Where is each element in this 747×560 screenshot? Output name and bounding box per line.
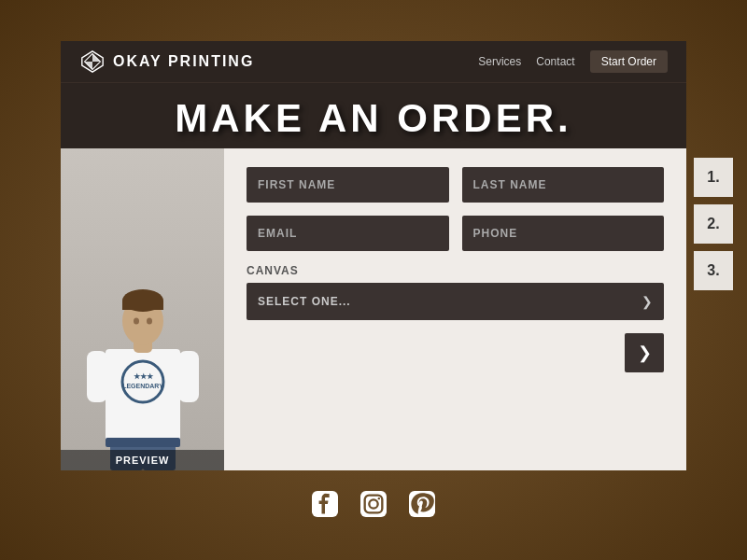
content-area: ★★★ LEGENDARY (61, 148, 686, 470)
instagram-icon[interactable] (359, 489, 388, 519)
preview-label: PREVIEW (61, 450, 224, 470)
form-panel: CANVAS SELECT ONE... T-Shirt Hoodie Tank… (224, 148, 686, 470)
next-button[interactable]: ❯ (625, 333, 664, 372)
name-row (247, 167, 664, 203)
step-3-badge[interactable]: 3. (694, 251, 733, 290)
svg-point-13 (134, 318, 139, 325)
contact-row (247, 216, 664, 251)
facebook-icon[interactable] (310, 489, 340, 519)
phone-input[interactable] (462, 216, 665, 251)
brand-name: OKAY PRINTING (113, 53, 254, 70)
canvas-label: CANVAS (247, 264, 664, 277)
step-1-badge[interactable]: 1. (694, 158, 733, 197)
email-input[interactable] (247, 216, 449, 251)
step-2-badge[interactable]: 2. (694, 204, 733, 244)
logo-icon (79, 49, 106, 75)
canvas-select[interactable]: SELECT ONE... T-Shirt Hoodie Tank Top Lo… (247, 283, 664, 320)
svg-text:LEGENDARY: LEGENDARY (122, 383, 163, 389)
svg-rect-17 (106, 438, 180, 447)
canvas-select-wrapper: SELECT ONE... T-Shirt Hoodie Tank Top Lo… (247, 283, 664, 320)
first-name-input[interactable] (247, 167, 449, 203)
person-graphic: ★★★ LEGENDARY (78, 274, 208, 470)
svg-point-14 (147, 318, 152, 325)
steps-sidebar: 1. 2. 3. (694, 148, 733, 290)
last-name-input[interactable] (462, 167, 665, 203)
pinterest-icon[interactable] (407, 489, 437, 519)
hero-title: MAKE AN ORDER. (61, 83, 686, 148)
svg-text:★★★: ★★★ (133, 372, 153, 381)
main-window: OKAY PRINTING Services Contact Start Ord… (61, 41, 686, 470)
next-btn-row: ❯ (247, 333, 664, 372)
start-order-button[interactable]: Start Order (590, 50, 668, 73)
preview-area: ★★★ LEGENDARY (61, 148, 224, 470)
services-link[interactable]: Services (478, 55, 521, 68)
contact-link[interactable]: Contact (536, 55, 574, 68)
svg-marker-1 (85, 54, 101, 70)
navbar: OKAY PRINTING Services Contact Start Ord… (61, 41, 686, 83)
logo-area: OKAY PRINTING (79, 49, 478, 75)
svg-rect-12 (122, 301, 163, 310)
preview-person: ★★★ LEGENDARY (61, 148, 224, 470)
nav-links: Services Contact Start Order (478, 50, 668, 73)
svg-point-22 (378, 497, 380, 499)
footer-social (310, 489, 437, 519)
svg-rect-8 (178, 351, 199, 402)
svg-rect-7 (87, 351, 107, 402)
svg-rect-3 (106, 349, 180, 442)
